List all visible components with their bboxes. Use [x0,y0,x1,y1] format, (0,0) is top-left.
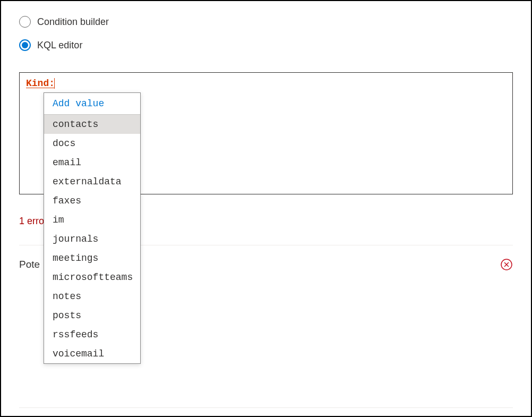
autocomplete-item-externaldata[interactable]: externaldata [44,172,140,191]
autocomplete-item-posts[interactable]: posts [44,306,140,325]
editor-mode-radio-group: Condition builder KQL editor [19,16,513,51]
autocomplete-item-meetings[interactable]: meetings [44,249,140,268]
autocomplete-header: Add value [44,93,140,115]
radio-label-kql-editor: KQL editor [37,40,82,51]
autocomplete-item-journals[interactable]: journals [44,229,140,249]
autocomplete-item-email[interactable]: email [44,153,140,172]
autocomplete-item-notes[interactable]: notes [44,287,140,306]
close-icon[interactable] [500,258,513,271]
radio-condition-builder[interactable]: Condition builder [19,16,513,28]
radio-circle-unselected [19,16,31,28]
autocomplete-item-voicemail[interactable]: voicemail [44,344,140,363]
autocomplete-item-contacts[interactable]: contacts [44,115,140,134]
autocomplete-item-faxes[interactable]: faxes [44,191,140,210]
autocomplete-dropdown: Add value contactsdocsemailexternaldataf… [44,92,141,364]
autocomplete-item-microsoftteams[interactable]: microsoftteams [44,268,140,287]
radio-circle-selected [19,39,31,51]
autocomplete-item-rssfeeds[interactable]: rssfeeds [44,325,140,344]
text-cursor [54,78,55,89]
bottom-divider [19,407,513,408]
radio-kql-editor[interactable]: KQL editor [19,39,513,51]
radio-label-condition-builder: Condition builder [37,16,109,28]
autocomplete-item-im[interactable]: im [44,210,140,229]
kql-keyword: Kind: [26,78,55,89]
autocomplete-item-docs[interactable]: docs [44,134,140,153]
section-title: Pote [19,259,40,270]
